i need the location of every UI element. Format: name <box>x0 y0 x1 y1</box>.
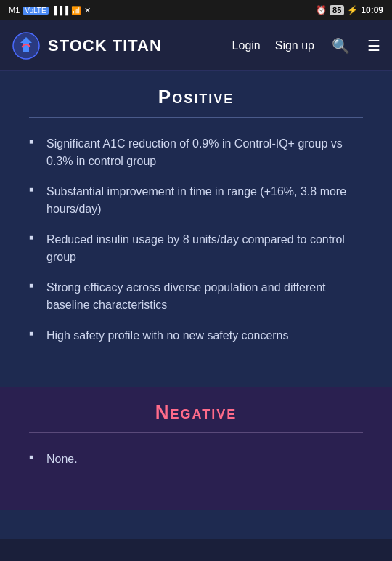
list-item: Strong efficacy across diverse populatio… <box>29 279 363 314</box>
wifi-icon: 📶 <box>71 6 81 15</box>
menu-icon[interactable]: ☰ <box>367 37 380 55</box>
signup-link[interactable]: Sign up <box>275 39 314 52</box>
list-item: None. <box>29 451 363 468</box>
status-right: ⏰ 85 ⚡ 10:09 <box>316 5 383 15</box>
list-item: High safety profile with no new safety c… <box>29 327 363 344</box>
list-item: Substantial improvement in time in range… <box>29 183 363 218</box>
status-left: M1 VoLTE ▐▐▐ 📶 ✕ <box>9 6 91 15</box>
signal-icon: ▐▐▐ <box>52 6 68 15</box>
extra-icon: ✕ <box>84 6 91 15</box>
logo-icon <box>12 31 41 60</box>
carrier-label: M1 <box>9 6 20 15</box>
section-negative: Negative None. <box>0 387 392 510</box>
logo-container: STOCK TITAN <box>12 31 232 60</box>
main-content: Positive Significant A1C reduction of 0.… <box>0 71 392 539</box>
logo-text: STOCK TITAN <box>48 36 162 55</box>
login-link[interactable]: Login <box>232 39 261 52</box>
list-item: Significant A1C reduction of 0.9% in Con… <box>29 135 363 170</box>
search-icon[interactable]: 🔍 <box>332 37 350 55</box>
negative-bullet-list: None. <box>29 451 363 468</box>
section-positive: Positive Significant A1C reduction of 0.… <box>0 71 392 387</box>
battery-label: 85 <box>330 5 344 15</box>
list-item: Reduced insulin usage by 8 units/day com… <box>29 231 363 266</box>
volte-label: VoLTE <box>23 7 48 15</box>
status-bar: M1 VoLTE ▐▐▐ 📶 ✕ ⏰ 85 ⚡ 10:09 <box>0 0 392 20</box>
negative-divider <box>29 432 363 433</box>
nav-links: Login Sign up 🔍 ☰ <box>232 37 380 55</box>
positive-divider <box>29 117 363 118</box>
positive-bullet-list: Significant A1C reduction of 0.9% in Con… <box>29 135 363 344</box>
time-label: 10:09 <box>361 5 383 15</box>
alarm-icon: ⏰ <box>316 5 327 15</box>
negative-title: Negative <box>29 401 363 424</box>
positive-title: Positive <box>29 86 363 108</box>
navbar: STOCK TITAN Login Sign up 🔍 ☰ <box>0 20 392 71</box>
charging-icon: ⚡ <box>347 5 358 15</box>
